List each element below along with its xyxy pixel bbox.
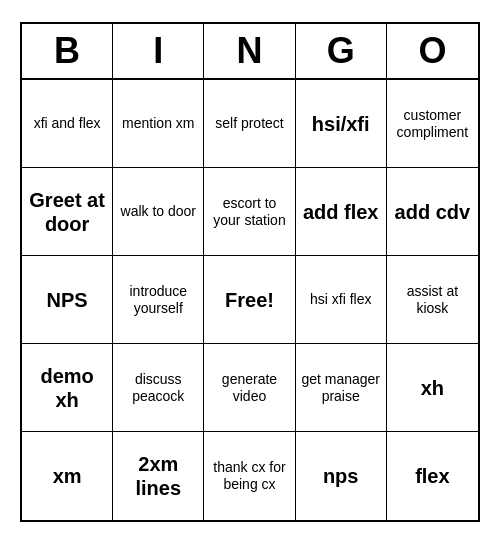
bingo-cell: Greet at door xyxy=(22,168,113,256)
bingo-cell: self protect xyxy=(204,80,295,168)
bingo-cell: generate video xyxy=(204,344,295,432)
bingo-cell: hsi/xfi xyxy=(296,80,387,168)
header-letter: B xyxy=(22,24,113,78)
header-letter: N xyxy=(204,24,295,78)
bingo-cell: customer compliment xyxy=(387,80,478,168)
bingo-card: BINGO xfi and flexmention xmself protect… xyxy=(20,22,480,522)
bingo-cell: xh xyxy=(387,344,478,432)
bingo-cell: mention xm xyxy=(113,80,204,168)
bingo-cell: add cdv xyxy=(387,168,478,256)
bingo-cell: Free! xyxy=(204,256,295,344)
bingo-cell: escort to your station xyxy=(204,168,295,256)
header-letter: I xyxy=(113,24,204,78)
bingo-cell: discuss peacock xyxy=(113,344,204,432)
bingo-cell: walk to door xyxy=(113,168,204,256)
bingo-cell: nps xyxy=(296,432,387,520)
bingo-cell: thank cx for being cx xyxy=(204,432,295,520)
bingo-cell: introduce yourself xyxy=(113,256,204,344)
bingo-cell: demo xh xyxy=(22,344,113,432)
header-letter: G xyxy=(296,24,387,78)
bingo-grid: xfi and flexmention xmself protecthsi/xf… xyxy=(22,80,478,520)
bingo-cell: add flex xyxy=(296,168,387,256)
header-letter: O xyxy=(387,24,478,78)
bingo-cell: get manager praise xyxy=(296,344,387,432)
bingo-cell: flex xyxy=(387,432,478,520)
bingo-header: BINGO xyxy=(22,24,478,80)
bingo-cell: assist at kiosk xyxy=(387,256,478,344)
bingo-cell: xfi and flex xyxy=(22,80,113,168)
bingo-cell: hsi xfi flex xyxy=(296,256,387,344)
bingo-cell: 2xm lines xyxy=(113,432,204,520)
bingo-cell: NPS xyxy=(22,256,113,344)
bingo-cell: xm xyxy=(22,432,113,520)
